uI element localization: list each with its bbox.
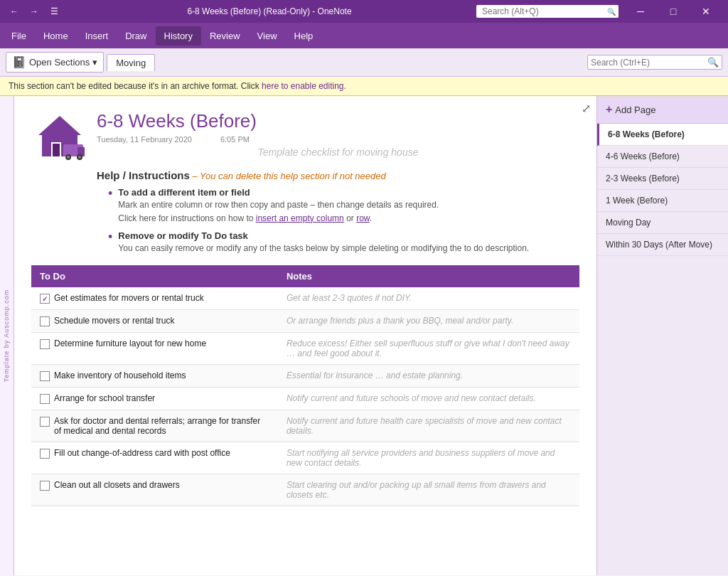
note-cell-3: Essential for insurance … and estate pla… [278, 365, 579, 388]
note-cell-6: Start notifying all service providers an… [278, 442, 579, 474]
back-button[interactable]: ← [6, 3, 23, 20]
note-cell-7: Start clearing out and/or packing up all… [278, 474, 579, 506]
task-text-2: Determine furniture layout for new home [54, 338, 206, 348]
help-item-1: • Remove or modify To Do task You can ea… [108, 230, 579, 255]
page-title: 6-8 Weeks (Before) [31, 110, 579, 132]
note-cell-0: Get at least 2-3 quotes if not DIY. [278, 287, 579, 310]
title-bar: ← → ☰ 6-8 Weeks (Before) (Read-Only) - O… [0, 0, 728, 23]
notification-text: This section can't be edited because it'… [9, 81, 259, 91]
page-date: Tuesday, 11 February 2020 6:05 PM [97, 135, 579, 144]
task-table: To Do Notes Get estimates for movers or … [31, 265, 579, 506]
table-row: Schedule movers or rental truckOr arrang… [31, 310, 579, 333]
checkbox-1[interactable] [40, 316, 50, 326]
menu-history[interactable]: History [156, 26, 201, 46]
help-item-0: • To add a different item or field Mark … [108, 187, 579, 225]
page-item-1[interactable]: 4-6 Weeks (Before) [597, 146, 728, 168]
help-title: Help / Instructions [97, 169, 190, 181]
row-link[interactable]: row [356, 213, 370, 223]
checkbox-5[interactable] [40, 417, 50, 427]
menu-draw[interactable]: Draw [117, 26, 155, 46]
menu-button[interactable]: ☰ [46, 3, 63, 20]
page-list: 6-8 Weeks (Before)4-6 Weeks (Before)2-3 … [597, 124, 728, 575]
open-sections-button[interactable]: 📓 Open Sections ▾ [6, 52, 104, 73]
house-svg [31, 110, 88, 160]
menu-bar: File Home Insert Draw History Review Vie… [0, 23, 728, 48]
content-area: ⤢ 6-8 Weeks (Before) Tuesday, 11 [14, 96, 596, 575]
open-sections-label: Open Sections [29, 57, 90, 68]
note-cell-1: Or arrange friends plus a thank you BBQ,… [278, 310, 579, 333]
help-item-0-title: To add a different item or field [118, 187, 439, 198]
menu-file[interactable]: File [3, 26, 35, 46]
page-item-5[interactable]: Within 30 Days (After Move) [597, 234, 728, 256]
help-subtitle: – You can delete this help section if no… [192, 171, 385, 181]
todo-cell-0: Get estimates for movers or rental truck [31, 287, 278, 310]
table-row: Clean out all closets and drawersStart c… [31, 474, 579, 506]
checkbox-3[interactable] [40, 371, 50, 381]
page-item-2[interactable]: 2-3 Weeks (Before) [597, 168, 728, 190]
search-input[interactable] [591, 58, 705, 68]
watermark: Template by Auscomp.com [0, 96, 14, 575]
window-controls[interactable]: ─ □ ✕ [624, 0, 722, 23]
help-section: Help / Instructions – You can delete thi… [97, 169, 579, 254]
help-item-0-line1: Click here for instructions on how to in… [118, 213, 439, 225]
close-button[interactable]: ✕ [690, 0, 722, 23]
page-icon [31, 110, 88, 162]
checkbox-4[interactable] [40, 394, 50, 404]
todo-cell-6: Fill out change-of-address card with pos… [31, 442, 278, 474]
todo-cell-7: Clean out all closets and drawers [31, 474, 278, 506]
task-text-5: Ask for doctor and dental referrals; arr… [54, 416, 269, 436]
menu-help[interactable]: Help [286, 26, 322, 46]
add-page-label: Add Page [615, 105, 655, 115]
page-item-0[interactable]: 6-8 Weeks (Before) [597, 124, 728, 146]
title-bar-controls[interactable]: ← → ☰ [6, 3, 63, 20]
table-row: Arrange for school transferNotify curren… [31, 388, 579, 410]
forward-button[interactable]: → [26, 3, 43, 20]
page-item-3[interactable]: 1 Week (Before) [597, 190, 728, 212]
bullet-icon-2: • [108, 230, 112, 243]
help-item-1-line0: You can easily remove or modify any of t… [118, 242, 529, 255]
bullet-icon: • [108, 187, 112, 200]
table-row: Fill out change-of-address card with pos… [31, 442, 579, 474]
menu-view[interactable]: View [249, 26, 286, 46]
todo-cell-4: Arrange for school transfer [31, 388, 278, 410]
task-text-3: Make inventory of household items [54, 370, 186, 380]
add-page-button[interactable]: + Add Page [597, 96, 728, 124]
page-time-value: 6:05 PM [220, 135, 250, 144]
todo-cell-1: Schedule movers or rental truck [31, 310, 278, 333]
table-row: Determine furniture layout for new homeR… [31, 333, 579, 365]
menu-review[interactable]: Review [201, 26, 249, 46]
note-cell-2: Reduce excess! Either sell superfluous s… [278, 333, 579, 365]
toolbar-search: 🔍 [587, 55, 722, 70]
col-todo: To Do [31, 265, 278, 287]
insert-column-link[interactable]: insert an empty column [256, 213, 344, 223]
checkbox-6[interactable] [40, 449, 50, 459]
restore-button[interactable]: □ [657, 0, 690, 23]
main-layout: Template by Auscomp.com ⤢ 6-8 [0, 96, 728, 575]
task-text-1: Schedule movers or rental truck [54, 316, 174, 326]
todo-cell-3: Make inventory of household items [31, 365, 278, 388]
window-title: 6-8 Weeks (Before) (Read-Only) - OneNote [63, 6, 476, 16]
note-cell-5: Notify current and future health care sp… [278, 410, 579, 442]
notification-bar: This section can't be edited because it'… [0, 77, 728, 96]
checkbox-0[interactable] [40, 294, 50, 304]
table-row: Get estimates for movers or rental truck… [31, 287, 579, 310]
enable-editing-link[interactable]: here to enable editing. [262, 81, 346, 91]
minimize-button[interactable]: ─ [624, 0, 657, 23]
toolbar: 📓 Open Sections ▾ Moving 🔍 [0, 48, 728, 77]
svg-point-8 [67, 156, 70, 159]
page-item-4[interactable]: Moving Day [597, 212, 728, 234]
title-search-input[interactable] [476, 5, 619, 18]
checkbox-2[interactable] [40, 339, 50, 349]
right-panel: + Add Page 6-8 Weeks (Before)4-6 Weeks (… [596, 96, 728, 575]
menu-home[interactable]: Home [35, 26, 77, 46]
help-item-0-line0: Mark an entire column or row then copy a… [118, 199, 439, 211]
checkbox-7[interactable] [40, 481, 50, 491]
todo-cell-2: Determine furniture layout for new home [31, 333, 278, 365]
svg-rect-3 [53, 144, 60, 156]
table-row: Make inventory of household itemsEssenti… [31, 365, 579, 388]
col-notes: Notes [278, 265, 579, 287]
expand-button[interactable]: ⤢ [582, 102, 591, 115]
moving-tab[interactable]: Moving [107, 54, 155, 71]
task-text-7: Clean out all closets and drawers [54, 480, 180, 490]
menu-insert[interactable]: Insert [77, 26, 117, 46]
